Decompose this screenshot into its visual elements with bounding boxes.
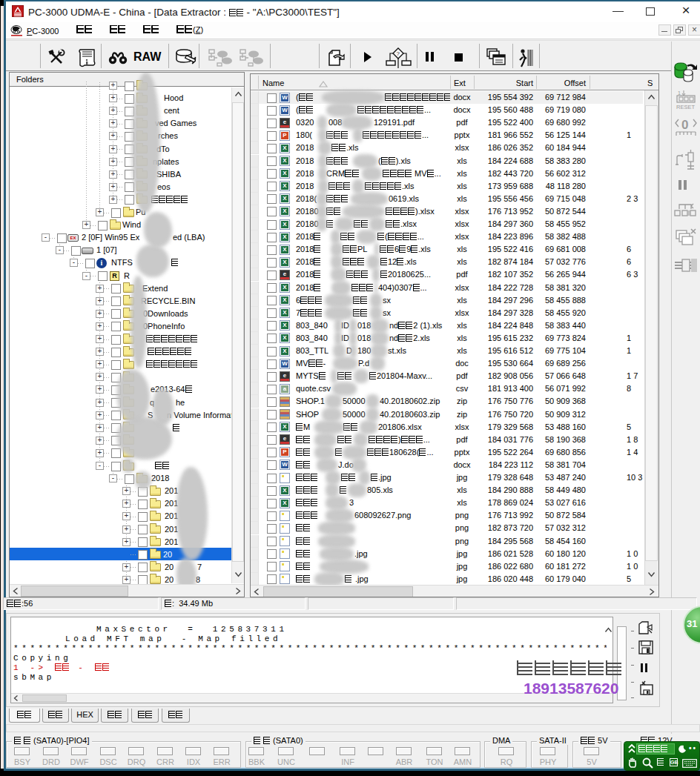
svg-text:1: 1 [678, 90, 681, 96]
svg-text:RESET: RESET [676, 104, 695, 110]
svg-text:?: ? [397, 50, 400, 57]
svg-text:0: 0 [681, 118, 688, 132]
